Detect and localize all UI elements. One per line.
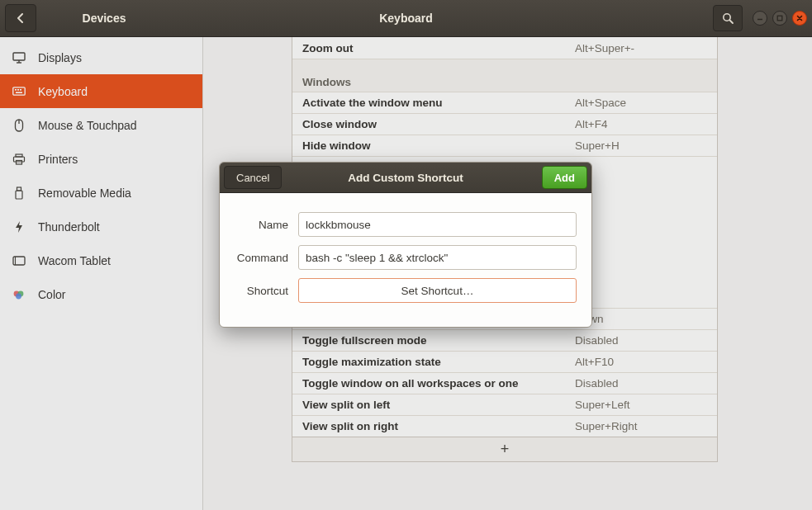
search-icon (722, 12, 734, 25)
titlebar-right (713, 0, 807, 36)
form-row-name: Name (228, 208, 577, 241)
command-label: Command (228, 252, 298, 264)
settings-window: Devices Keyboard (0, 0, 812, 510)
set-shortcut-button[interactable]: Set Shortcut… (298, 278, 577, 303)
minimize-button[interactable] (753, 11, 767, 26)
close-icon (796, 15, 803, 21)
back-button[interactable] (5, 4, 36, 32)
dialog-body: Name Command Shortcut Set Shortcut… (220, 193, 591, 327)
add-custom-shortcut-dialog: Cancel Add Custom Shortcut Add Name Comm… (219, 162, 592, 328)
maximize-button[interactable] (772, 11, 787, 26)
dialog-header: Cancel Add Custom Shortcut Add (220, 163, 591, 193)
minimize-icon (757, 15, 763, 21)
maximize-icon (776, 15, 783, 21)
window-controls (753, 11, 807, 26)
command-input[interactable] (298, 245, 577, 270)
form-row-shortcut: Shortcut Set Shortcut… (228, 274, 577, 307)
search-button[interactable] (713, 5, 743, 31)
cancel-button[interactable]: Cancel (224, 166, 282, 189)
chevron-left-icon (17, 13, 25, 23)
form-row-command: Command (228, 241, 577, 274)
svg-line-1 (729, 20, 733, 23)
name-label: Name (228, 219, 298, 231)
close-button[interactable] (792, 11, 807, 26)
shortcut-label: Shortcut (228, 285, 298, 297)
section-title: Devices (36, 12, 203, 25)
titlebar: Devices Keyboard (0, 0, 812, 37)
name-input[interactable] (298, 212, 577, 237)
add-button[interactable]: Add (542, 166, 587, 189)
titlebar-left: Devices (0, 0, 203, 36)
svg-rect-3 (777, 16, 782, 21)
